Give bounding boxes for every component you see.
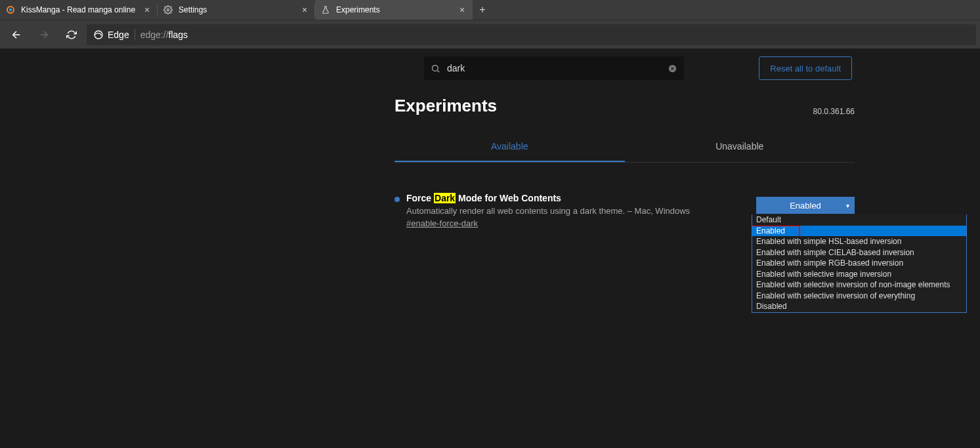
page-body: Reset all to default Experiments 80.0.36…: [0, 49, 980, 448]
address-bar-row: Edge edge://flags: [0, 20, 980, 49]
svg-point-2: [167, 9, 169, 11]
tab-available[interactable]: Available: [394, 132, 625, 162]
flag-select-value: Enabled ▾: [756, 197, 855, 214]
forward-button[interactable]: [32, 23, 56, 47]
back-button[interactable]: [4, 23, 29, 47]
dropdown-option[interactable]: Disabled: [752, 301, 966, 312]
svg-point-4: [433, 65, 438, 71]
chevron-down-icon: ▾: [846, 202, 849, 209]
clear-icon[interactable]: [668, 64, 677, 73]
page-header: Experiments 80.0.361.66: [394, 96, 855, 116]
address-bar[interactable]: Edge edge://flags: [87, 24, 976, 45]
close-icon[interactable]: ×: [457, 5, 467, 15]
flag-description: Automatically render all web contents us…: [406, 206, 750, 216]
flags-search-box[interactable]: [424, 56, 684, 80]
gear-icon: [163, 5, 173, 15]
dropdown-option[interactable]: Enabled with selective inversion of ever…: [752, 291, 966, 302]
refresh-button[interactable]: [59, 23, 84, 47]
browser-tab-kissmanga[interactable]: KissManga - Read manga online ×: [0, 0, 158, 20]
dropdown-option[interactable]: Enabled with simple HSL-based inversion: [752, 236, 966, 247]
dropdown-option[interactable]: Enabled with simple CIELAB-based inversi…: [752, 247, 966, 258]
browser-tab-label: KissManga - Read manga online: [21, 5, 137, 14]
dropdown-option[interactable]: Enabled with simple RGB-based inversion: [752, 258, 966, 269]
separator: [135, 29, 135, 41]
edge-brand-chip: Edge: [93, 30, 129, 40]
flag-status-dot-icon: [394, 197, 400, 202]
close-icon[interactable]: ×: [142, 5, 152, 15]
browser-tab-label: Settings: [179, 5, 294, 14]
content-column: Experiments 80.0.361.66 Available Unavai…: [394, 96, 855, 229]
top-toolbar: Reset all to default: [0, 56, 980, 80]
dropdown-option[interactable]: Default: [752, 214, 966, 226]
page-title: Experiments: [394, 96, 497, 116]
flag-body: Force Dark Mode for Web Contents Automat…: [406, 193, 750, 229]
tab-unavailable[interactable]: Unavailable: [625, 132, 855, 162]
dropdown-option[interactable]: Enabled with selective image inversion: [752, 269, 966, 280]
flag-anchor-link[interactable]: #enable-force-dark: [406, 218, 478, 228]
version-label: 80.0.361.66: [813, 107, 855, 116]
browser-tab-experiments[interactable]: Experiments ×: [315, 0, 473, 20]
favicon-generic-icon: [5, 5, 16, 15]
flags-search-input[interactable]: [447, 63, 661, 73]
search-icon: [431, 64, 440, 73]
url-text: edge://flags: [140, 30, 188, 40]
browser-tab-bar: KissManga - Read manga online × Settings…: [0, 0, 980, 20]
edge-brand-label: Edge: [108, 30, 129, 40]
flag-select[interactable]: Enabled ▾: [756, 197, 855, 214]
reset-all-button[interactable]: Reset all to default: [759, 56, 852, 80]
experiments-tabs: Available Unavailable: [394, 132, 855, 163]
flag-select-dropdown: Default Enabled Enabled with simple HSL-…: [752, 214, 967, 313]
flask-icon: [320, 5, 331, 15]
browser-tab-label: Experiments: [336, 5, 452, 14]
close-icon[interactable]: ×: [299, 5, 310, 15]
dropdown-option[interactable]: Enabled: [752, 226, 966, 237]
svg-point-1: [9, 9, 12, 11]
edge-logo-icon: [93, 30, 104, 40]
browser-tab-settings[interactable]: Settings ×: [158, 0, 315, 20]
dropdown-option[interactable]: Enabled with selective inversion of non-…: [752, 279, 966, 291]
flag-title: Force Dark Mode for Web Contents: [406, 193, 750, 203]
new-tab-button[interactable]: +: [473, 0, 492, 20]
